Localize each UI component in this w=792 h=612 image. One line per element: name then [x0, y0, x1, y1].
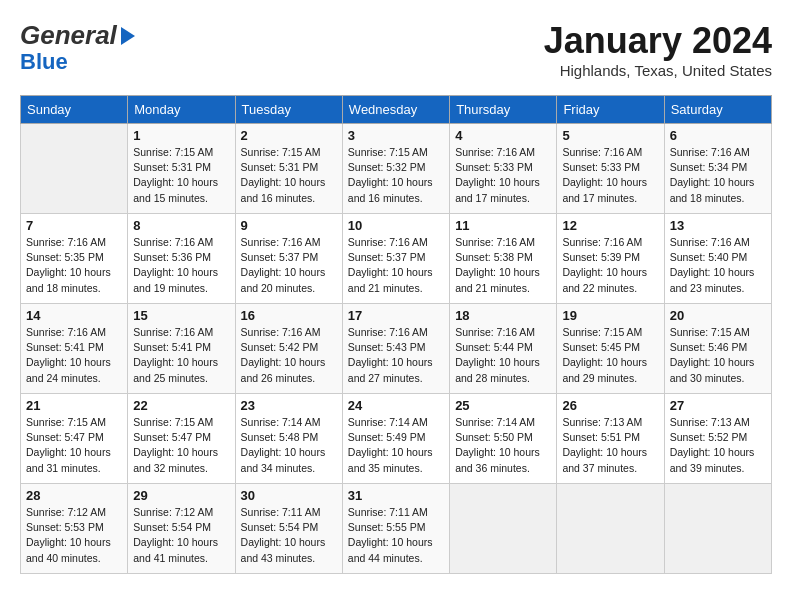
day-number: 21 [26, 398, 122, 413]
calendar-cell: 26Sunrise: 7:13 AMSunset: 5:51 PMDayligh… [557, 394, 664, 484]
day-number: 19 [562, 308, 658, 323]
calendar-cell: 22Sunrise: 7:15 AMSunset: 5:47 PMDayligh… [128, 394, 235, 484]
day-detail: Sunrise: 7:15 AMSunset: 5:47 PMDaylight:… [26, 415, 122, 476]
day-detail: Sunrise: 7:14 AMSunset: 5:48 PMDaylight:… [241, 415, 337, 476]
day-detail: Sunrise: 7:16 AMSunset: 5:39 PMDaylight:… [562, 235, 658, 296]
calendar-cell: 6Sunrise: 7:16 AMSunset: 5:34 PMDaylight… [664, 124, 771, 214]
day-detail: Sunrise: 7:16 AMSunset: 5:42 PMDaylight:… [241, 325, 337, 386]
day-number: 13 [670, 218, 766, 233]
day-detail: Sunrise: 7:11 AMSunset: 5:54 PMDaylight:… [241, 505, 337, 566]
logo-arrow-icon [121, 27, 135, 45]
day-detail: Sunrise: 7:16 AMSunset: 5:34 PMDaylight:… [670, 145, 766, 206]
calendar-cell: 8Sunrise: 7:16 AMSunset: 5:36 PMDaylight… [128, 214, 235, 304]
calendar-cell: 3Sunrise: 7:15 AMSunset: 5:32 PMDaylight… [342, 124, 449, 214]
calendar-cell: 12Sunrise: 7:16 AMSunset: 5:39 PMDayligh… [557, 214, 664, 304]
day-detail: Sunrise: 7:16 AMSunset: 5:38 PMDaylight:… [455, 235, 551, 296]
header-day-sunday: Sunday [21, 96, 128, 124]
calendar-cell: 17Sunrise: 7:16 AMSunset: 5:43 PMDayligh… [342, 304, 449, 394]
day-number: 5 [562, 128, 658, 143]
header-day-tuesday: Tuesday [235, 96, 342, 124]
day-number: 6 [670, 128, 766, 143]
day-number: 16 [241, 308, 337, 323]
location-text: Highlands, Texas, United States [544, 62, 772, 79]
calendar-cell: 9Sunrise: 7:16 AMSunset: 5:37 PMDaylight… [235, 214, 342, 304]
week-row-5: 28Sunrise: 7:12 AMSunset: 5:53 PMDayligh… [21, 484, 772, 574]
day-detail: Sunrise: 7:12 AMSunset: 5:53 PMDaylight:… [26, 505, 122, 566]
day-detail: Sunrise: 7:16 AMSunset: 5:44 PMDaylight:… [455, 325, 551, 386]
header-day-wednesday: Wednesday [342, 96, 449, 124]
day-detail: Sunrise: 7:13 AMSunset: 5:52 PMDaylight:… [670, 415, 766, 476]
day-detail: Sunrise: 7:14 AMSunset: 5:49 PMDaylight:… [348, 415, 444, 476]
day-number: 25 [455, 398, 551, 413]
calendar-cell: 28Sunrise: 7:12 AMSunset: 5:53 PMDayligh… [21, 484, 128, 574]
day-detail: Sunrise: 7:16 AMSunset: 5:41 PMDaylight:… [133, 325, 229, 386]
day-number: 9 [241, 218, 337, 233]
calendar-cell: 24Sunrise: 7:14 AMSunset: 5:49 PMDayligh… [342, 394, 449, 484]
calendar-cell: 16Sunrise: 7:16 AMSunset: 5:42 PMDayligh… [235, 304, 342, 394]
day-detail: Sunrise: 7:16 AMSunset: 5:40 PMDaylight:… [670, 235, 766, 296]
week-row-3: 14Sunrise: 7:16 AMSunset: 5:41 PMDayligh… [21, 304, 772, 394]
day-number: 24 [348, 398, 444, 413]
calendar-cell [21, 124, 128, 214]
day-number: 29 [133, 488, 229, 503]
calendar-cell: 25Sunrise: 7:14 AMSunset: 5:50 PMDayligh… [450, 394, 557, 484]
day-detail: Sunrise: 7:15 AMSunset: 5:45 PMDaylight:… [562, 325, 658, 386]
calendar-cell: 1Sunrise: 7:15 AMSunset: 5:31 PMDaylight… [128, 124, 235, 214]
day-detail: Sunrise: 7:15 AMSunset: 5:32 PMDaylight:… [348, 145, 444, 206]
calendar-cell: 19Sunrise: 7:15 AMSunset: 5:45 PMDayligh… [557, 304, 664, 394]
day-number: 23 [241, 398, 337, 413]
calendar-cell [450, 484, 557, 574]
day-detail: Sunrise: 7:15 AMSunset: 5:46 PMDaylight:… [670, 325, 766, 386]
day-number: 12 [562, 218, 658, 233]
calendar-cell: 18Sunrise: 7:16 AMSunset: 5:44 PMDayligh… [450, 304, 557, 394]
day-detail: Sunrise: 7:15 AMSunset: 5:47 PMDaylight:… [133, 415, 229, 476]
day-number: 3 [348, 128, 444, 143]
day-number: 7 [26, 218, 122, 233]
day-number: 31 [348, 488, 444, 503]
calendar-cell: 10Sunrise: 7:16 AMSunset: 5:37 PMDayligh… [342, 214, 449, 304]
calendar-cell [557, 484, 664, 574]
page-header: General Blue January 2024 Highlands, Tex… [20, 20, 772, 79]
calendar-header-row: SundayMondayTuesdayWednesdayThursdayFrid… [21, 96, 772, 124]
week-row-1: 1Sunrise: 7:15 AMSunset: 5:31 PMDaylight… [21, 124, 772, 214]
day-detail: Sunrise: 7:15 AMSunset: 5:31 PMDaylight:… [133, 145, 229, 206]
month-title: January 2024 [544, 20, 772, 62]
day-detail: Sunrise: 7:14 AMSunset: 5:50 PMDaylight:… [455, 415, 551, 476]
header-day-friday: Friday [557, 96, 664, 124]
calendar-cell: 13Sunrise: 7:16 AMSunset: 5:40 PMDayligh… [664, 214, 771, 304]
day-number: 26 [562, 398, 658, 413]
day-number: 20 [670, 308, 766, 323]
calendar-cell: 31Sunrise: 7:11 AMSunset: 5:55 PMDayligh… [342, 484, 449, 574]
day-number: 17 [348, 308, 444, 323]
calendar-body: 1Sunrise: 7:15 AMSunset: 5:31 PMDaylight… [21, 124, 772, 574]
day-number: 30 [241, 488, 337, 503]
calendar-cell: 23Sunrise: 7:14 AMSunset: 5:48 PMDayligh… [235, 394, 342, 484]
day-number: 14 [26, 308, 122, 323]
calendar-cell: 30Sunrise: 7:11 AMSunset: 5:54 PMDayligh… [235, 484, 342, 574]
day-detail: Sunrise: 7:16 AMSunset: 5:33 PMDaylight:… [455, 145, 551, 206]
logo-blue-text: Blue [20, 49, 68, 74]
day-detail: Sunrise: 7:16 AMSunset: 5:41 PMDaylight:… [26, 325, 122, 386]
day-detail: Sunrise: 7:16 AMSunset: 5:35 PMDaylight:… [26, 235, 122, 296]
logo-general-text: General [20, 20, 117, 51]
calendar-cell: 27Sunrise: 7:13 AMSunset: 5:52 PMDayligh… [664, 394, 771, 484]
day-detail: Sunrise: 7:16 AMSunset: 5:43 PMDaylight:… [348, 325, 444, 386]
calendar-table: SundayMondayTuesdayWednesdayThursdayFrid… [20, 95, 772, 574]
calendar-cell: 14Sunrise: 7:16 AMSunset: 5:41 PMDayligh… [21, 304, 128, 394]
day-detail: Sunrise: 7:16 AMSunset: 5:37 PMDaylight:… [241, 235, 337, 296]
day-detail: Sunrise: 7:12 AMSunset: 5:54 PMDaylight:… [133, 505, 229, 566]
day-number: 18 [455, 308, 551, 323]
day-number: 15 [133, 308, 229, 323]
calendar-cell: 20Sunrise: 7:15 AMSunset: 5:46 PMDayligh… [664, 304, 771, 394]
calendar-cell: 5Sunrise: 7:16 AMSunset: 5:33 PMDaylight… [557, 124, 664, 214]
day-number: 28 [26, 488, 122, 503]
header-day-thursday: Thursday [450, 96, 557, 124]
day-number: 10 [348, 218, 444, 233]
day-detail: Sunrise: 7:13 AMSunset: 5:51 PMDaylight:… [562, 415, 658, 476]
calendar-cell: 7Sunrise: 7:16 AMSunset: 5:35 PMDaylight… [21, 214, 128, 304]
day-number: 1 [133, 128, 229, 143]
title-block: January 2024 Highlands, Texas, United St… [544, 20, 772, 79]
header-day-saturday: Saturday [664, 96, 771, 124]
calendar-cell: 21Sunrise: 7:15 AMSunset: 5:47 PMDayligh… [21, 394, 128, 484]
day-detail: Sunrise: 7:11 AMSunset: 5:55 PMDaylight:… [348, 505, 444, 566]
